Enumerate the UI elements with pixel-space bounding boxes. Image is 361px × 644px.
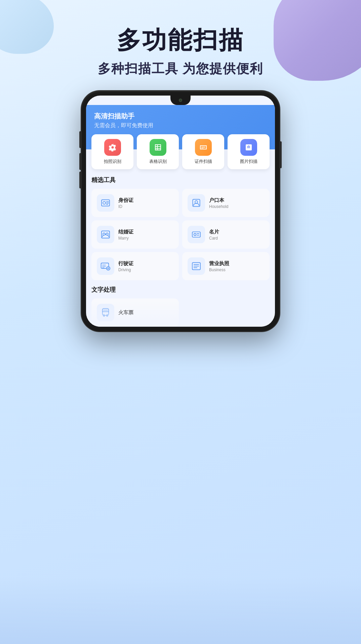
app-content: 高清扫描助手 无需会员，即可免费使用 拍照识别 bbox=[86, 96, 275, 327]
id-card-icon-wrap bbox=[97, 194, 114, 212]
screen-bottom-fade bbox=[86, 300, 275, 327]
tools-grid: 身份证 ID bbox=[91, 189, 270, 280]
svg-point-8 bbox=[103, 233, 105, 236]
action-card-pdf[interactable]: 图片扫描 bbox=[228, 134, 270, 169]
business-icon-wrap bbox=[188, 257, 205, 275]
tool-text-household: 户口本 Household bbox=[209, 197, 228, 209]
bg-decoration-bottom bbox=[0, 577, 361, 644]
action-card-table[interactable]: 表格识别 bbox=[137, 134, 179, 169]
action-label-pdf: 图片扫描 bbox=[240, 158, 257, 165]
tool-name-marry: 结婚证 bbox=[118, 229, 133, 235]
tools-section-title: 精选工具 bbox=[91, 176, 270, 184]
action-label-photo: 拍照识别 bbox=[104, 158, 121, 165]
household-icon-wrap bbox=[188, 194, 205, 212]
marry-icon-wrap bbox=[97, 226, 114, 243]
tool-name-driving: 行驶证 bbox=[118, 260, 133, 267]
svg-point-9 bbox=[106, 233, 108, 236]
action-card-id[interactable]: 证件扫描 bbox=[182, 134, 224, 169]
tool-card-household[interactable]: 户口本 Household bbox=[182, 189, 270, 217]
tool-sub-card: Card bbox=[209, 236, 219, 241]
action-card-photo[interactable]: 拍照识别 bbox=[91, 134, 133, 169]
tool-name-business: 营业执照 bbox=[209, 260, 229, 267]
tools-row-1: 身份证 ID bbox=[91, 189, 270, 217]
tool-sub-business: Business bbox=[209, 267, 229, 272]
tools-section: 精选工具 bbox=[86, 169, 275, 280]
action-label-table: 表格识别 bbox=[149, 158, 167, 165]
svg-point-6 bbox=[195, 201, 198, 204]
tool-text-marry: 结婚证 Marry bbox=[118, 229, 133, 241]
text-section-title: 文字处理 bbox=[91, 286, 270, 294]
tool-text-id: 身份证 ID bbox=[118, 197, 133, 209]
header-area: 多功能扫描 多种扫描工具 为您提供便利 bbox=[0, 0, 361, 91]
pdf-icon bbox=[240, 139, 257, 156]
quick-actions-row: 拍照识别 表格识别 bbox=[86, 134, 275, 169]
phone-notch bbox=[170, 96, 191, 105]
notch-camera bbox=[179, 99, 182, 102]
tool-text-card: 名片 Card bbox=[209, 229, 219, 241]
phone-outer-shell: 高清扫描助手 无需会员，即可免费使用 拍照识别 bbox=[81, 91, 280, 331]
app-header-title: 高清扫描助手 bbox=[94, 112, 267, 121]
tool-card-card[interactable]: 名片 Card bbox=[182, 220, 270, 249]
tool-sub-marry: Marry bbox=[118, 236, 133, 241]
id-scan-icon bbox=[195, 139, 212, 156]
svg-point-11 bbox=[194, 234, 196, 236]
tools-row-2: 结婚证 Marry bbox=[91, 220, 270, 249]
tool-card-id[interactable]: 身份证 ID bbox=[91, 189, 179, 217]
tools-row-3: 行驶证 Driving bbox=[91, 252, 270, 280]
tool-sub-id: ID bbox=[118, 204, 133, 209]
svg-point-15 bbox=[107, 267, 110, 271]
phone-mockup: 高清扫描助手 无需会员，即可免费使用 拍照识别 bbox=[81, 91, 280, 331]
tool-sub-driving: Driving bbox=[118, 267, 133, 272]
svg-point-1 bbox=[103, 202, 106, 204]
table-icon bbox=[150, 139, 166, 156]
sub-title: 多种扫描工具 为您提供便利 bbox=[0, 60, 361, 77]
main-title: 多功能扫描 bbox=[0, 27, 361, 53]
tool-card-marry[interactable]: 结婚证 Marry bbox=[91, 220, 179, 249]
tool-card-business[interactable]: 营业执照 Business bbox=[182, 252, 270, 280]
tool-name-card: 名片 bbox=[209, 229, 219, 235]
card-icon-wrap bbox=[188, 226, 205, 243]
tool-card-driving[interactable]: 行驶证 Driving bbox=[91, 252, 179, 280]
tool-sub-household: Household bbox=[209, 204, 228, 209]
phone-screen: 高清扫描助手 无需会员，即可免费使用 拍照识别 bbox=[86, 96, 275, 327]
app-header-subtitle: 无需会员，即可免费使用 bbox=[94, 122, 267, 129]
driving-icon-wrap bbox=[97, 257, 114, 275]
tool-text-business: 营业执照 Business bbox=[209, 260, 229, 272]
tool-name-household: 户口本 bbox=[209, 197, 228, 204]
action-label-id: 证件扫描 bbox=[195, 158, 212, 165]
tool-name-id: 身份证 bbox=[118, 197, 133, 204]
camera-icon bbox=[104, 139, 121, 156]
tool-text-driving: 行驶证 Driving bbox=[118, 260, 133, 272]
